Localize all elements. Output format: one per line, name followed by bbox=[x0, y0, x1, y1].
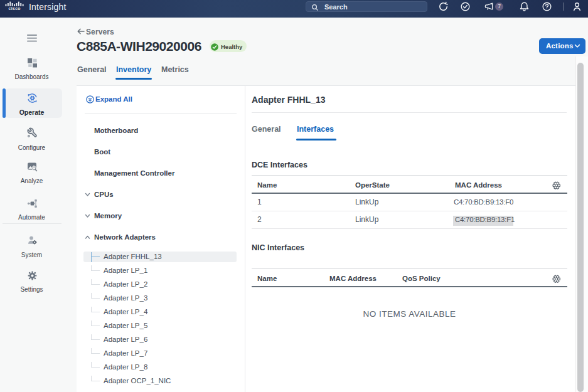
svg-text:cisco: cisco bbox=[9, 6, 21, 11]
